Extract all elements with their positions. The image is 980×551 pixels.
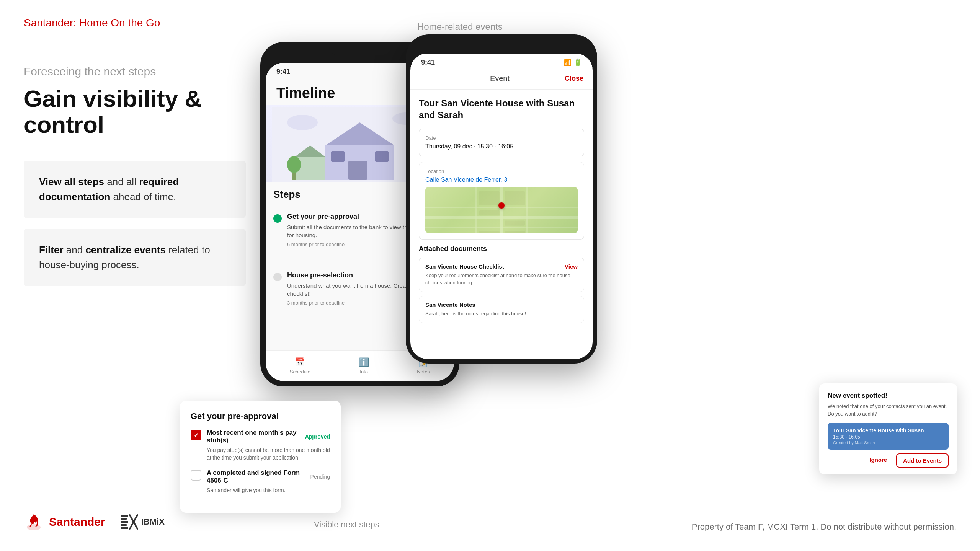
item-content-1: Most recent one month's pay stub(s) Appr…	[207, 429, 330, 461]
step-name-2: House pre-selection	[287, 271, 353, 279]
popup-event-time: 15:30 - 16:05	[833, 434, 943, 440]
svg-rect-33	[479, 191, 500, 205]
svg-point-0	[27, 524, 41, 530]
svg-rect-38	[505, 231, 525, 233]
feature1-text1: and all	[104, 176, 139, 187]
svg-rect-35	[479, 210, 500, 215]
popup-desc: We noted that one of your contacts sent …	[828, 403, 949, 417]
checkbox-1[interactable]: ✓	[191, 430, 201, 440]
event-date-label: Date	[425, 135, 578, 141]
ibmix-icon	[119, 512, 139, 532]
map-grid-svg	[425, 187, 578, 233]
status-time-event: 9:41	[421, 59, 435, 67]
subtitle: Foreseeing the next steps	[24, 65, 246, 78]
ibmix-text: IBMiX	[141, 517, 165, 527]
svg-rect-36	[505, 221, 525, 226]
svg-point-10	[287, 115, 318, 130]
preapproval-title: Get your pre-approval	[191, 411, 330, 421]
event-content: Tour San Vicente House with Susan and Sa…	[410, 90, 593, 359]
feature2-bold2: centralize events	[85, 244, 166, 256]
popup-event-name: Tour San Vicente House with Susan	[833, 427, 943, 434]
preapproval-item-1: ✓ Most recent one month's pay stub(s) Ap…	[191, 429, 330, 461]
status-icons-event: 📶 🔋	[563, 58, 582, 67]
event-date-value: Thursday, 09 dec · 15:30 - 16:05	[425, 143, 578, 150]
item-label-2: A completed and signed Form 4506-C	[207, 469, 310, 484]
page-header: Santander: Home On the Go	[24, 17, 160, 29]
bottom-logos: Santander IBMiX	[24, 512, 165, 532]
item-content-2: A completed and signed Form 4506-C Pendi…	[207, 469, 330, 494]
nav-schedule-label: Schedule	[290, 369, 310, 375]
doc-desc-1: Keep your requirements checklist at hand…	[425, 272, 578, 286]
event-location-link[interactable]: Calle San Vicente de Ferrer, 3	[425, 176, 578, 183]
svg-rect-37	[479, 231, 500, 233]
doc-top-1: San Vicente House Checklist View	[425, 263, 578, 270]
svg-rect-14	[348, 161, 368, 180]
nav-notes-label: Notes	[417, 369, 430, 375]
event-location-label: Location	[425, 168, 578, 174]
doc-name-2: San Vicente Notes	[425, 302, 475, 308]
map-pin	[498, 202, 505, 209]
doc-item-1: San Vicente House Checklist View Keep yo…	[419, 258, 584, 292]
preapproval-item-2: A completed and signed Form 4506-C Pendi…	[191, 469, 330, 494]
doc-desc-2: Sarah, here is the notes regarding this …	[425, 310, 578, 317]
item-label-1: Most recent one month's pay stub(s)	[207, 429, 305, 444]
step-name-1: Get your pre-approval	[287, 213, 359, 221]
status-bar-event: 9:41 📶 🔋	[410, 54, 593, 68]
event-main-title: Tour San Vicente House with Susan and Sa…	[419, 97, 584, 121]
svg-rect-1	[121, 515, 128, 517]
info-icon: ℹ️	[359, 357, 369, 367]
item-desc-1: You pay stub(s) cannot be more than one …	[207, 447, 330, 461]
timeline-title: Timeline	[276, 85, 335, 101]
svg-rect-5	[121, 527, 128, 529]
feature-box-2: Filter and centralize events related to …	[24, 229, 246, 286]
status-time-timeline: 9:41	[276, 68, 290, 76]
schedule-icon: 📅	[295, 357, 305, 367]
svg-rect-4	[121, 524, 127, 526]
phone-event-screen: 9:41 📶 🔋 Event Close Tour San Vicente Ho…	[410, 54, 593, 359]
popup-actions: Ignore Add to Events	[828, 453, 949, 468]
phone-event: 9:41 📶 🔋 Event Close Tour San Vicente Ho…	[406, 34, 597, 364]
doc-name-1: San Vicente House Checklist	[425, 263, 504, 270]
santander-flame-icon	[24, 512, 44, 532]
ignore-button[interactable]: Ignore	[866, 453, 891, 468]
feature2-bold1: Filter	[39, 244, 64, 256]
feature1-bold1: View all steps	[39, 176, 104, 187]
checkbox-2[interactable]	[191, 470, 201, 481]
preapproval-card: Get your pre-approval ✓ Most recent one …	[180, 401, 341, 513]
home-events-label: Home-related events	[417, 21, 503, 32]
nav-info-label: Info	[359, 369, 368, 375]
ibmix-logo: IBMiX	[119, 512, 165, 532]
event-header: Event Close	[410, 68, 593, 90]
item-desc-2: Santander will give you this form.	[207, 487, 330, 494]
svg-rect-3	[121, 521, 128, 523]
phone-notch	[329, 42, 390, 55]
doc-item-2: San Vicente Notes Sarah, here is the not…	[419, 296, 584, 323]
event-location-card: Location Calle San Vicente de Ferrer, 3	[419, 162, 584, 240]
step-dot-1	[273, 214, 282, 223]
nav-info[interactable]: ℹ️ Info	[359, 357, 369, 375]
close-button[interactable]: Close	[565, 75, 583, 83]
feature-box-1: View all steps and all required document…	[24, 161, 246, 218]
doc-view-1[interactable]: View	[565, 263, 578, 270]
left-content: Foreseeing the next steps Gain visibilit…	[24, 65, 246, 297]
nav-schedule[interactable]: 📅 Schedule	[290, 357, 310, 375]
popup-event-card: Tour San Vicente House with Susan 15:30 …	[828, 423, 949, 450]
event-header-title: Event	[435, 74, 565, 83]
event-date-card: Date Thursday, 09 dec · 15:30 - 16:05	[419, 129, 584, 156]
svg-rect-34	[505, 191, 525, 205]
checkmark-1: ✓	[194, 432, 199, 439]
feature1-text2: ahead of time.	[110, 191, 176, 202]
popup-event-creator: Created by Matt Smith	[833, 440, 943, 445]
item-status-1: Approved	[305, 434, 330, 440]
svg-point-20	[287, 156, 301, 173]
svg-rect-2	[121, 518, 127, 520]
visible-next-steps-label: Visible next steps	[314, 520, 379, 530]
svg-rect-16	[375, 151, 389, 162]
svg-rect-15	[331, 151, 345, 162]
popup-title: New event spotted!	[828, 392, 949, 399]
feature2-text1: and	[64, 244, 86, 256]
item-status-2: Pending	[310, 474, 330, 480]
add-to-events-button[interactable]: Add to Events	[896, 453, 949, 468]
doc-top-2: San Vicente Notes	[425, 302, 578, 308]
step-dot-2	[273, 273, 282, 281]
